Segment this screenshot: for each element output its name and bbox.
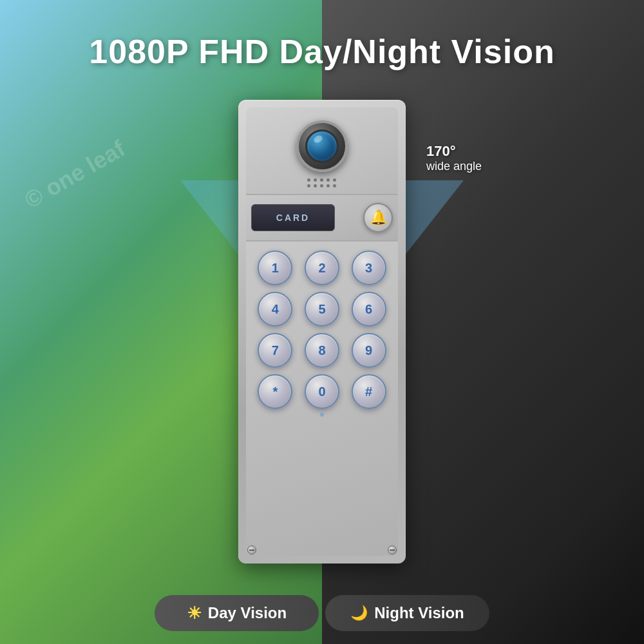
wide-angle-label: 170° wide angle <box>426 143 482 173</box>
night-vision-label: Night Vision <box>374 604 464 622</box>
card-label: CARD <box>276 213 310 223</box>
camera-housing <box>296 120 348 172</box>
keypad-grid: 123456789*0# <box>251 251 393 409</box>
moon-icon: 🌙 <box>350 605 368 621</box>
page-title: 1080P FHD Day/Night Vision <box>0 32 644 71</box>
key-9[interactable]: 9 <box>352 333 386 368</box>
key-#[interactable]: # <box>352 374 386 409</box>
camera-section: 170° wide angle <box>246 108 398 195</box>
key-8[interactable]: 8 <box>305 333 339 368</box>
mic-dot <box>333 184 336 187</box>
intercom-device: 170° wide angle CARD 🔔 123456789*0# <box>238 100 406 564</box>
day-vision-badge: ☀ Day Vision <box>155 595 319 631</box>
key-7[interactable]: 7 <box>258 333 292 368</box>
mic-dot <box>314 184 317 187</box>
mic-dot <box>307 178 310 182</box>
mic-dot <box>320 184 323 187</box>
mic-dot <box>320 178 323 182</box>
status-dot <box>320 413 324 417</box>
camera-lens <box>305 129 339 163</box>
day-vision-label: Day Vision <box>208 604 287 622</box>
screw-bottom-left <box>247 545 256 554</box>
key-6[interactable]: 6 <box>352 292 386 327</box>
mic-dot <box>327 178 330 182</box>
mic-dot <box>314 178 317 182</box>
key-1[interactable]: 1 <box>258 251 292 285</box>
bell-icon: 🔔 <box>370 209 387 226</box>
fov-degrees: 170° <box>426 143 482 160</box>
fov-description: wide angle <box>426 160 482 173</box>
key-5[interactable]: 5 <box>305 292 339 327</box>
mic-dot <box>327 184 330 187</box>
card-section: CARD 🔔 <box>246 195 398 242</box>
keypad-section: 123456789*0# <box>246 242 398 556</box>
mic-dot <box>307 184 310 187</box>
mic-dot <box>333 178 336 182</box>
key-2[interactable]: 2 <box>305 251 339 285</box>
bottom-bar: ☀ Day Vision 🌙 Night Vision <box>155 595 489 638</box>
key-*[interactable]: * <box>258 374 292 409</box>
microphone-dots <box>307 178 337 187</box>
screw-bottom-right <box>388 545 397 554</box>
key-0[interactable]: 0 <box>305 374 339 409</box>
key-4[interactable]: 4 <box>258 292 292 327</box>
card-reader[interactable]: CARD <box>251 204 335 231</box>
key-3[interactable]: 3 <box>352 251 386 285</box>
bell-button[interactable]: 🔔 <box>363 203 393 232</box>
sun-icon: ☀ <box>187 603 202 623</box>
night-vision-badge: 🌙 Night Vision <box>325 595 489 631</box>
